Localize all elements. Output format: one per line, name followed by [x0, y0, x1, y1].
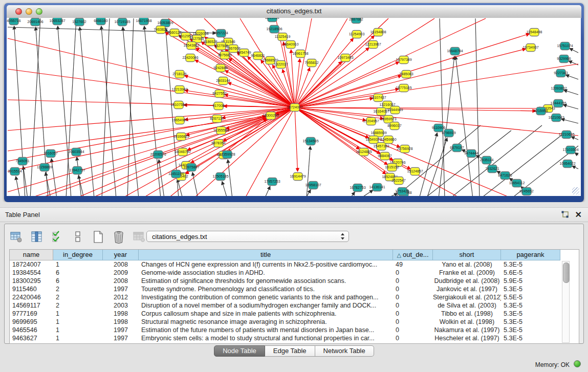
show-columns-icon[interactable] — [30, 230, 43, 244]
graph-node[interactable]: 6466160 — [94, 18, 107, 25]
memory-status-indicator-icon[interactable] — [574, 360, 581, 367]
graph-node[interactable]: 16648784 — [447, 48, 463, 55]
graph-node[interactable]: 16914479 — [290, 173, 306, 181]
graph-node[interactable]: 16154808 — [370, 29, 386, 36]
table-cell: 9699695 — [10, 318, 53, 326]
graph-node[interactable]: 7345051 — [15, 158, 29, 165]
tab-network-table[interactable]: Network Table — [315, 345, 374, 357]
column-header-title[interactable]: title — [139, 250, 393, 260]
window-resize-grip-icon[interactable] — [572, 187, 579, 194]
graph-node[interactable]: 20206576 — [150, 151, 166, 159]
graph-node[interactable]: 9329966 — [557, 55, 571, 63]
network-graph-svg[interactable]: 4055716206914061065328715276026466160107… — [7, 18, 581, 196]
graph-node[interactable]: 2016057 — [43, 150, 57, 158]
graph-node[interactable]: 15134585 — [302, 138, 318, 145]
graph-node[interactable]: 10973493 — [337, 54, 353, 62]
graph-node[interactable]: 3875685 — [217, 52, 231, 59]
table-cell: 5.3E-5 — [501, 310, 560, 318]
graph-node[interactable]: 4055716 — [7, 18, 20, 25]
graph-node[interactable]: 11548498 — [527, 29, 542, 36]
graph-node[interactable]: 2803144 — [216, 77, 230, 85]
sort-ascending-icon: △ — [397, 252, 401, 258]
graph-node[interactable]: 16640910 — [282, 41, 298, 49]
tab-node-table[interactable]: Node Table — [214, 345, 265, 357]
graph-node[interactable]: 7485083 — [399, 71, 413, 78]
table-select-dropdown[interactable]: citations_edges.txt — [146, 231, 349, 242]
graph-node[interactable]: 16210643 — [548, 114, 564, 122]
svg-text:2367608: 2367608 — [226, 47, 240, 50]
graph-node[interactable]: 11325419 — [275, 33, 291, 41]
graph-node[interactable]: 917008 — [212, 102, 224, 110]
graph-node[interactable]: 19654987 — [171, 117, 187, 124]
table-row[interactable]: 2242004622012Investigating the contribut… — [10, 293, 579, 301]
graph-node[interactable]: 10653287 — [49, 18, 65, 25]
graph-node[interactable]: 19734937 — [522, 44, 538, 52]
unselect-all-icon[interactable] — [71, 230, 84, 244]
svg-text:11156869: 11156869 — [37, 165, 52, 169]
graph-node[interactable]: 16782753 — [350, 184, 365, 192]
graph-node[interactable]: 8267130 — [210, 115, 224, 123]
graph-node[interactable]: 10719185 — [114, 18, 130, 26]
table-options-icon[interactable] — [10, 230, 23, 244]
graph-node[interactable]: 17204957 — [363, 118, 379, 125]
graph-node[interactable]: 7955812 — [304, 59, 318, 67]
network-view[interactable]: 4055716206914061065328715276026466160107… — [7, 18, 581, 196]
graph-node[interactable]: 2887682 — [349, 18, 363, 24]
graph-node[interactable]: 19218506 — [266, 26, 282, 33]
graph-node[interactable]: 9110906 — [432, 124, 446, 132]
table-row[interactable]: 911546021997Tourette syndrome. Phenomeno… — [10, 285, 579, 293]
panel-splitter[interactable] — [0, 202, 588, 207]
graph-node[interactable]: 11254903 — [349, 31, 365, 38]
graph-node[interactable]: 6796919 — [442, 129, 455, 137]
graph-node[interactable]: 16124885 — [356, 148, 372, 156]
table-row[interactable]: 1938455462009Genome-wide association stu… — [10, 269, 579, 277]
column-header-short[interactable]: short — [433, 250, 501, 260]
svg-text:7857224: 7857224 — [214, 31, 228, 35]
graph-node[interactable]: 1527602 — [72, 18, 86, 26]
graph-node[interactable]: 2935114 — [480, 157, 494, 164]
table-row[interactable]: 1456911722003Disruption of a novel membe… — [10, 301, 579, 310]
graph-node[interactable]: 12093832 — [551, 85, 567, 93]
graph-node[interactable]: 18775165 — [396, 84, 411, 92]
table-row[interactable]: 946554611997Estimation of the future num… — [10, 326, 579, 334]
column-header-in-degree[interactable]: in_degree — [53, 250, 103, 260]
column-header-pagerank[interactable]: pagerank — [501, 250, 560, 260]
table-row[interactable]: 1872400712008Changes of HCN gene express… — [10, 260, 579, 269]
graph-node[interactable]: 9245652 — [519, 188, 533, 195]
scrollbar-thumb[interactable] — [563, 262, 570, 283]
graph-node[interactable]: 17957253 — [264, 178, 280, 186]
svg-text:16961758: 16961758 — [292, 52, 308, 55]
graph-node[interactable]: 10654112 — [509, 180, 525, 187]
graph-node[interactable]: 12213943 — [171, 86, 187, 94]
graph-node[interactable]: 9474444 — [464, 150, 478, 158]
graph-node[interactable]: 16107437 — [370, 94, 386, 102]
tab-edge-table[interactable]: Edge Table — [265, 345, 315, 357]
delete-columns-icon[interactable] — [112, 230, 125, 244]
select-all-icon[interactable] — [51, 230, 64, 244]
column-header-year[interactable]: year — [103, 250, 139, 260]
graph-node[interactable]: 8878354 — [211, 140, 225, 147]
graph-node[interactable]: 2718126 — [172, 71, 186, 78]
graph-node[interactable]: 14136141 — [369, 184, 385, 191]
graph-node[interactable]: 6879197 — [450, 144, 464, 152]
table-row[interactable]: 969969511998Structural magnetic resonanc… — [10, 318, 579, 326]
create-column-icon[interactable] — [92, 230, 105, 244]
column-header-out-de-[interactable]: △out_de... — [393, 250, 433, 260]
table-row[interactable]: 1830029562008Estimation of significance … — [10, 277, 579, 285]
graph-node[interactable]: 14671958 — [136, 18, 151, 25]
table-row[interactable]: 977716911998Corpus callosum shape and si… — [10, 310, 579, 318]
table-row[interactable]: 946362711997Embryonic stem cells: a mode… — [10, 334, 579, 342]
table-vertical-scrollbar[interactable] — [562, 261, 570, 343]
close-panel-icon[interactable]: ✕ — [575, 210, 582, 220]
graph-node[interactable]: 18107554 — [170, 101, 186, 109]
column-header-name[interactable]: name — [10, 250, 53, 260]
graph-node[interactable]: 20756928 — [397, 145, 412, 153]
float-panel-icon[interactable] — [561, 211, 570, 218]
graph-node[interactable]: 9227343 — [554, 70, 568, 77]
svg-text:11544949: 11544949 — [387, 108, 403, 112]
network-window-titlebar[interactable]: citations_edges.txt — [7, 5, 581, 18]
table-cell: 0 — [393, 277, 433, 285]
graph-node[interactable]: 16961758 — [292, 50, 308, 58]
graph-node[interactable]: 8813054 — [265, 18, 279, 22]
graph-node[interactable]: 20691406 — [27, 18, 43, 26]
